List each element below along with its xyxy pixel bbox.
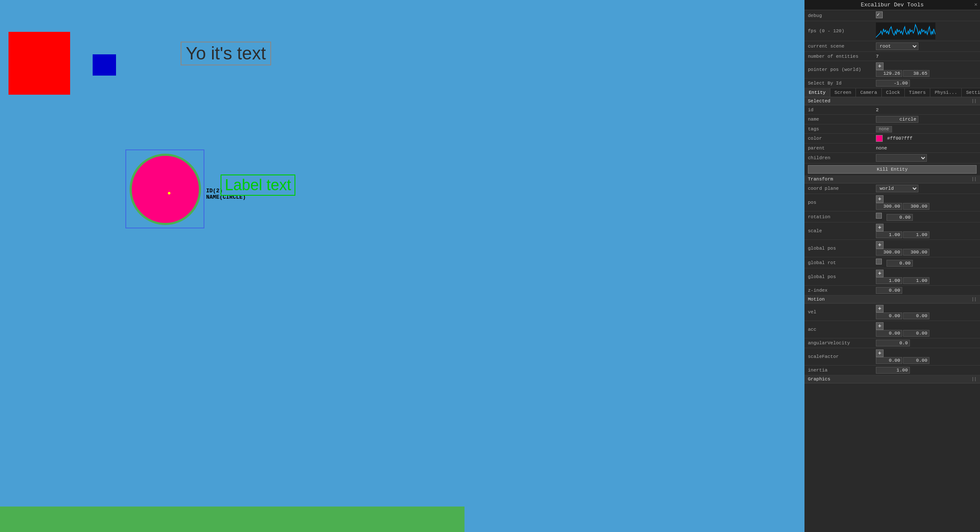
global-pos2-x-field[interactable] — [876, 277, 902, 284]
motion-collapse-icon[interactable]: || — [972, 297, 977, 302]
scale-factor-plus-icon[interactable]: + — [876, 349, 884, 357]
vel-plus-icon[interactable]: + — [876, 305, 884, 312]
global-pos2-y-field[interactable] — [903, 277, 929, 284]
scale-factor-values: + — [876, 349, 977, 364]
coord-plane-dropdown[interactable]: world — [876, 185, 918, 192]
select-by-id-value — [876, 80, 977, 87]
pointer-pos-plus-icon[interactable]: + — [876, 62, 884, 70]
kill-entity-button[interactable]: Kill Entity — [808, 165, 977, 174]
circle-bounding-box[interactable]: ID(2) NAME(CIRCLE) — [125, 149, 204, 228]
global-pos-plus-icon[interactable]: + — [876, 241, 884, 249]
vel-x-field[interactable] — [876, 312, 902, 319]
global-rot-value — [876, 259, 977, 267]
pos-plus-icon[interactable]: + — [876, 195, 884, 203]
tab-camera[interactable]: Camera — [856, 88, 882, 97]
scale-factor-row: scaleFactor + — [804, 348, 980, 366]
scale-x-field[interactable] — [876, 231, 902, 238]
entity-tags-label: tags — [808, 127, 876, 132]
scale-plus-icon[interactable]: + — [876, 224, 884, 231]
angular-velocity-value — [876, 340, 977, 346]
inertia-label: inertia — [808, 368, 876, 373]
selected-section-title: Selected — [808, 99, 830, 104]
tab-entity[interactable]: Entity — [804, 88, 830, 97]
coord-plane-row: coord plane world — [804, 183, 980, 194]
num-entities-value: 7 — [876, 54, 977, 59]
entity-id-label: id — [808, 107, 876, 113]
pos-y-field[interactable] — [903, 203, 929, 210]
pointer-pos-y-field[interactable] — [903, 70, 929, 77]
debug-checkbox[interactable] — [876, 11, 977, 20]
scale-factor-y-field[interactable] — [903, 357, 929, 364]
global-pos-values: + — [876, 241, 977, 256]
rotation-field[interactable] — [887, 214, 913, 221]
coord-plane-value: world — [876, 185, 977, 192]
vel-row: vel + — [804, 304, 980, 321]
entity-id-row: id 2 — [804, 105, 980, 115]
global-rot-field[interactable] — [887, 260, 913, 267]
label-text-entity: Label text — [221, 175, 295, 196]
current-scene-dropdown[interactable]: root — [876, 42, 918, 50]
close-icon[interactable]: × — [974, 2, 977, 8]
pointer-pos-x-field[interactable] — [876, 70, 902, 77]
selected-section-header: Selected || — [804, 97, 980, 105]
pos-label: pos — [808, 200, 876, 205]
entity-parent-row: parent none — [804, 144, 980, 153]
pointer-pos-numbers — [876, 70, 977, 77]
selected-collapse-icon[interactable]: || — [972, 99, 977, 104]
global-pos2-plus-icon[interactable]: + — [876, 270, 884, 277]
angular-velocity-field[interactable] — [876, 340, 910, 346]
transform-section-title: Transform — [808, 177, 833, 182]
acc-plus-icon[interactable]: + — [876, 322, 884, 330]
tab-physics[interactable]: Physi... — [930, 88, 962, 97]
debug-check-icon[interactable] — [876, 11, 883, 18]
graphics-collapse-icon[interactable]: || — [972, 377, 977, 382]
motion-section-title: Motion — [808, 297, 825, 302]
motion-section-header: Motion || — [804, 296, 980, 304]
inertia-field[interactable] — [876, 367, 910, 374]
blue-rect — [93, 54, 116, 76]
rotation-row: rotation — [804, 211, 980, 222]
global-pos-x-field[interactable] — [876, 249, 902, 256]
current-scene-value: root — [876, 42, 977, 50]
transform-collapse-icon[interactable]: || — [972, 177, 977, 182]
color-swatch-icon[interactable] — [876, 135, 883, 142]
entity-color-row: color #ff007fff — [804, 134, 980, 144]
scale-y-field[interactable] — [903, 231, 929, 238]
children-dropdown[interactable] — [876, 154, 927, 162]
fps-graph — [876, 23, 935, 39]
debug-row: debug — [804, 10, 980, 21]
vel-y-field[interactable] — [903, 312, 929, 319]
entity-name-field[interactable] — [876, 116, 918, 123]
select-by-id-label: Select By Id — [808, 81, 876, 86]
scale-factor-x-field[interactable] — [876, 357, 902, 364]
graphics-section-header: Graphics || — [804, 375, 980, 383]
entity-children-label: children — [808, 155, 876, 160]
global-pos-y-field[interactable] — [903, 249, 929, 256]
game-canvas: Yo it's text ID(2) NAME(CIRCLE) Label te… — [0, 0, 465, 532]
circle-origin-dot — [168, 192, 170, 194]
acc-label: acc — [808, 327, 876, 332]
pos-x-field[interactable] — [876, 203, 902, 210]
tab-settings[interactable]: Setti... — [962, 88, 980, 97]
rotation-square-icon — [876, 213, 882, 219]
acc-x-field[interactable] — [876, 330, 902, 337]
kill-entity-row: Kill Entity — [804, 163, 980, 175]
z-index-row: z-index — [804, 286, 980, 296]
current-scene-row: current scene root — [804, 41, 980, 52]
acc-y-field[interactable] — [903, 330, 929, 337]
select-by-id-field[interactable] — [876, 80, 910, 87]
transform-section-header: Transform || — [804, 175, 980, 183]
pointer-pos-label: pointer pos (world) — [808, 67, 876, 72]
scale-factor-label: scaleFactor — [808, 354, 876, 359]
pointer-pos-row: pointer pos (world) + — [804, 61, 980, 79]
tab-timers[interactable]: Timers — [905, 88, 931, 97]
entity-tabs: Entity Screen Camera Clock Timers Physi.… — [804, 88, 980, 97]
z-index-field[interactable] — [876, 287, 902, 294]
tab-clock[interactable]: Clock — [882, 88, 905, 97]
entity-tags-value: none — [876, 127, 977, 132]
entity-name-label: name — [808, 117, 876, 122]
tab-screen[interactable]: Screen — [830, 88, 856, 97]
entity-id-value: 2 — [876, 107, 977, 113]
entity-parent-value: none — [876, 146, 977, 151]
pos-row: pos + — [804, 194, 980, 211]
